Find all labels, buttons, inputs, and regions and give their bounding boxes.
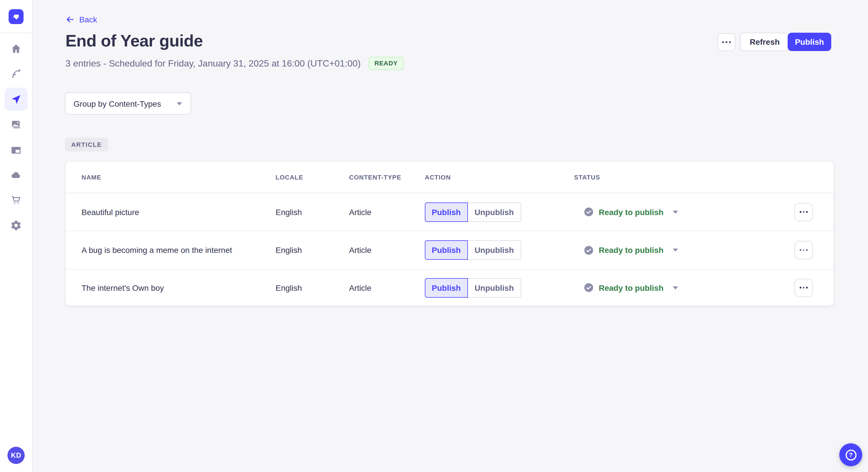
entry-status-dropdown[interactable]: Ready to publish xyxy=(584,207,795,217)
sidebar-item-home[interactable] xyxy=(5,37,28,60)
entry-content-type: Article xyxy=(349,207,425,216)
action-unpublish-option[interactable]: Unpublish xyxy=(468,202,521,222)
column-header-locale: LOCALE xyxy=(276,174,349,181)
row-more-options-button[interactable] xyxy=(795,203,813,221)
workspace-logo-wrap xyxy=(0,0,32,33)
table-row: A bug is becoming a meme on the internet… xyxy=(65,231,834,270)
back-link[interactable]: Back xyxy=(65,15,97,24)
action-publish-option[interactable]: Publish xyxy=(425,278,468,297)
entry-content-type: Article xyxy=(349,283,425,292)
ellipsis-icon xyxy=(800,211,808,213)
entry-status-dropdown[interactable]: Ready to publish xyxy=(584,283,795,293)
release-schedule-subtitle: 3 entries - Scheduled for Friday, Januar… xyxy=(65,58,361,69)
action-publish-option[interactable]: Publish xyxy=(425,240,468,260)
publish-release-button[interactable]: Publish xyxy=(787,33,831,51)
refresh-button[interactable]: Refresh xyxy=(740,33,789,51)
question-circle-icon: ? xyxy=(845,449,856,460)
chevron-down-icon xyxy=(672,248,679,252)
publish-label: Publish xyxy=(795,37,824,46)
sidebar-item-releases[interactable] xyxy=(5,88,28,111)
help-symbol: ? xyxy=(849,451,852,458)
row-more-options-button[interactable] xyxy=(795,278,813,297)
entries-table-card: NAME LOCALE CONTENT-TYPE ACTION STATUS B… xyxy=(65,162,834,306)
ellipsis-icon xyxy=(800,287,808,289)
group-by-select[interactable]: Group by Content-Types xyxy=(65,92,191,115)
column-header-content-type: CONTENT-TYPE xyxy=(349,174,425,181)
back-label: Back xyxy=(79,15,97,24)
cart-icon xyxy=(10,194,22,206)
entry-name: Beautiful picture xyxy=(82,207,276,216)
sidebar-item-content-manager[interactable] xyxy=(5,63,28,86)
entry-name: The internet's Own boy xyxy=(82,283,276,292)
action-segmented-control: Publish Unpublish xyxy=(425,240,574,260)
strapi-logo-glyph xyxy=(10,10,22,23)
subtitle-row: 3 entries - Scheduled for Friday, Januar… xyxy=(65,57,403,70)
sidebar-item-marketplace[interactable] xyxy=(5,189,28,212)
chevron-down-icon xyxy=(672,210,679,214)
entry-locale: English xyxy=(276,283,349,292)
chevron-down-icon xyxy=(672,285,679,290)
entry-status-label: Ready to publish xyxy=(599,283,663,292)
entry-status-label: Ready to publish xyxy=(599,207,663,216)
sidebar-item-settings[interactable] xyxy=(5,214,28,237)
home-icon xyxy=(10,43,22,55)
column-header-action: ACTION xyxy=(425,174,574,181)
ready-status-badge: READY xyxy=(369,57,403,70)
table-row: Beautiful picture English Article Publis… xyxy=(65,193,834,231)
table-header-row: NAME LOCALE CONTENT-TYPE ACTION STATUS xyxy=(65,162,834,193)
chevron-down-icon xyxy=(176,101,183,106)
check-circle-icon xyxy=(584,283,594,293)
table-row: The internet's Own boy English Article P… xyxy=(65,270,834,306)
column-header-status: STATUS xyxy=(574,174,795,181)
ellipsis-icon xyxy=(800,249,808,251)
entry-status-dropdown[interactable]: Ready to publish xyxy=(584,245,795,255)
paper-plane-icon xyxy=(10,94,22,105)
strapi-logo-icon[interactable] xyxy=(9,9,24,24)
action-publish-option[interactable]: Publish xyxy=(425,202,468,222)
layout-icon xyxy=(10,144,22,156)
action-unpublish-option[interactable]: Unpublish xyxy=(468,278,521,297)
arrow-left-icon xyxy=(65,15,74,24)
entry-locale: English xyxy=(276,245,349,255)
row-more-options-button[interactable] xyxy=(795,241,813,259)
user-avatar[interactable]: KD xyxy=(7,447,25,464)
action-segmented-control: Publish Unpublish xyxy=(425,202,574,222)
sidebar-item-media-library[interactable] xyxy=(5,113,28,136)
entry-name: A bug is becoming a meme on the internet xyxy=(82,245,276,255)
page-title: End of Year guide xyxy=(65,32,203,50)
action-unpublish-option[interactable]: Unpublish xyxy=(468,240,521,260)
sidebar-item-deploy[interactable] xyxy=(5,164,28,187)
check-circle-icon xyxy=(584,207,594,217)
release-details-page: KD Back End of Year guide 3 entries - Sc… xyxy=(0,0,868,472)
cloud-icon xyxy=(10,169,22,181)
column-header-name: NAME xyxy=(82,174,276,181)
header-more-options-button[interactable] xyxy=(718,33,735,51)
entry-status-label: Ready to publish xyxy=(599,245,663,255)
feather-icon xyxy=(10,68,22,80)
gear-icon xyxy=(10,220,22,231)
entry-locale: English xyxy=(276,207,349,216)
action-segmented-control: Publish Unpublish xyxy=(425,278,574,297)
refresh-label: Refresh xyxy=(750,37,780,46)
group-by-value: Group by Content-Types xyxy=(73,99,161,108)
media-library-icon xyxy=(10,119,22,130)
entry-content-type: Article xyxy=(349,245,425,255)
sidebar-item-content-type-builder[interactable] xyxy=(5,139,28,162)
help-button[interactable]: ? xyxy=(839,443,862,466)
content-type-group-chip: ARTICLE xyxy=(65,138,108,151)
sidebar: KD xyxy=(0,0,33,472)
check-circle-icon xyxy=(584,245,594,255)
ellipsis-icon xyxy=(722,41,731,43)
